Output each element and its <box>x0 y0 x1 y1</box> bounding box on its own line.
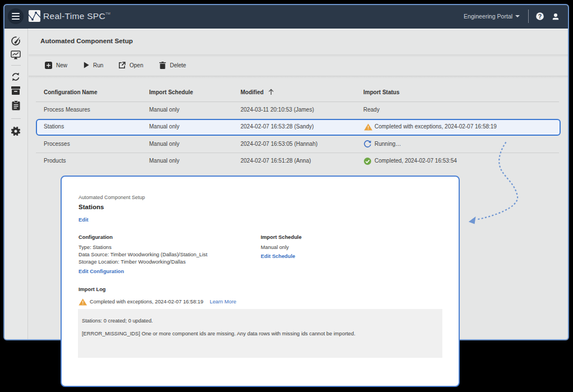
svg-text:?: ? <box>538 13 542 20</box>
